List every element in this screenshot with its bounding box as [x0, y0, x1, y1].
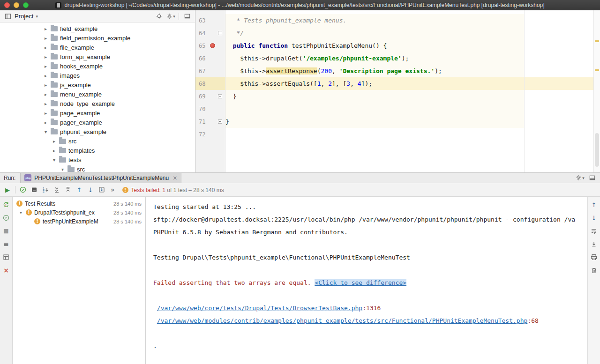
tree-item-field-example[interactable]: ▸field_example — [0, 24, 195, 33]
tree-item-phpunit-example[interactable]: ▾phpunit_example — [0, 127, 195, 136]
chevron-right-icon[interactable]: ▸ — [43, 111, 48, 116]
scroll-to-end-button[interactable] — [590, 240, 598, 248]
rerun-test-button[interactable]: ▶ — [2, 185, 13, 195]
tree-item-src[interactable]: ▸src — [0, 136, 195, 146]
tree-item-form-api-example[interactable]: ▸form_api_example — [0, 52, 195, 61]
test-results-root-row[interactable]: ! Test Results 28 s 140 ms — [13, 199, 145, 208]
sort-by-sequence-toggle[interactable]: 12 — [40, 185, 51, 195]
fold-marker-icon[interactable] — [218, 94, 222, 98]
tree-item-menu-example[interactable]: ▸menu_example — [0, 89, 195, 99]
collapse-all-button[interactable] — [63, 185, 73, 195]
next-failed-test-button[interactable]: ↓ — [85, 185, 96, 195]
toolbar-overflow-icon[interactable]: » — [111, 186, 115, 193]
test-console-output[interactable]: Testing started at 13:25 ... sftp://dock… — [145, 197, 587, 364]
test-history-button[interactable]: ≡ — [2, 240, 10, 248]
code-text: , — [321, 80, 329, 87]
code-line-66: $this->drupalGet('/examples/phpunit-exam… — [225, 52, 593, 65]
soft-wrap-toggle[interactable] — [590, 227, 598, 235]
restore-layout-button[interactable] — [2, 253, 10, 261]
tree-item-label: src — [68, 138, 76, 145]
chevron-down-icon[interactable]: ▾ — [60, 167, 65, 172]
tree-item-field-permission-example[interactable]: ▸field_permission_example — [0, 33, 195, 43]
tree-item-tests-src[interactable]: ▾src — [0, 164, 195, 172]
run-tab-phpunit[interactable]: php PHPUnitExampleMenuTest.testPhpUnitEx… — [20, 173, 181, 183]
clear-console-button[interactable] — [590, 266, 598, 275]
failed-test-marker-icon[interactable] — [210, 43, 215, 48]
see-difference-link[interactable]: <Click to see difference> — [315, 279, 406, 286]
project-pane-title-label: Project — [15, 13, 33, 20]
tree-item-node-type-example[interactable]: ▸node_type_example — [0, 99, 195, 108]
show-output-toggle[interactable] — [29, 185, 39, 195]
tree-item-templates[interactable]: ▸templates — [0, 146, 195, 155]
import-test-results-button[interactable] — [97, 185, 107, 195]
minimize-window-button[interactable] — [14, 2, 19, 8]
chevron-right-icon[interactable]: ▸ — [43, 73, 48, 78]
print-button[interactable] — [590, 253, 598, 261]
zoom-window-button[interactable] — [23, 2, 29, 8]
tree-item-js-example[interactable]: ▸js_example — [0, 80, 195, 89]
chevron-right-icon[interactable]: ▸ — [43, 120, 48, 125]
expand-all-button[interactable] — [52, 185, 62, 195]
tree-item-page-example[interactable]: ▸page_example — [0, 108, 195, 118]
warning-stripe-mark[interactable] — [595, 69, 599, 71]
scroll-from-source-button[interactable] — [154, 11, 164, 22]
tree-item-images[interactable]: ▸images — [0, 71, 195, 80]
editor-scrollbar-thumb[interactable] — [595, 133, 599, 167]
chevron-right-icon[interactable]: ▸ — [43, 92, 48, 97]
stacktrace-file-link[interactable]: /var/www/web/modules/contrib/examples/ph… — [157, 317, 528, 324]
code-number: 4 — [358, 80, 361, 87]
macos-traffic-lights — [4, 2, 29, 8]
test-suite-row[interactable]: ▾ ! Drupal\Tests\phpunit_ex 28 s 140 ms — [13, 208, 145, 217]
code-area[interactable]: * Tests phpunit_example menus. */ public… — [225, 10, 593, 172]
close-run-window-button[interactable]: × — [2, 266, 10, 275]
chevron-right-icon[interactable]: ▸ — [43, 54, 48, 59]
folder-icon — [51, 92, 58, 97]
run-settings-button[interactable]: ▾ — [575, 173, 585, 183]
window-title-area: drupal-testing-workshop [~/Code/os/drupa… — [0, 0, 600, 10]
chevron-right-icon[interactable]: ▸ — [43, 45, 48, 50]
chevron-right-icon[interactable]: ▸ — [43, 64, 48, 69]
toggle-auto-test-button[interactable] — [2, 214, 10, 222]
tree-item-tests[interactable]: ▾tests — [0, 155, 195, 164]
warning-stripe-mark[interactable] — [595, 40, 599, 42]
close-tab-icon[interactable]: × — [172, 175, 177, 181]
test-node-label: Drupal\Tests\phpunit_ex — [34, 209, 95, 216]
hide-run-panel-button[interactable] — [587, 173, 597, 183]
test-method-row[interactable]: ! testPhpUnitExampleM 28 s 140 ms — [13, 217, 145, 226]
chevron-right-icon[interactable]: ▸ — [52, 139, 57, 144]
tree-item-pager-example[interactable]: ▸pager_example — [0, 118, 195, 127]
editor[interactable]: 63 64 65 66 67 68 69 70 71 72 * Tests ph… — [195, 10, 600, 172]
stop-button[interactable]: ■ — [2, 227, 10, 235]
deprecated-method: assertResponse — [266, 67, 317, 74]
next-occurrence-button[interactable]: ↓ — [590, 214, 598, 222]
chevron-down-icon[interactable]: ▾ — [43, 129, 48, 134]
code-text: ); — [402, 55, 409, 62]
chevron-right-icon[interactable]: ▸ — [43, 36, 48, 41]
chevron-right-icon[interactable]: ▸ — [43, 26, 48, 31]
console-text — [153, 317, 157, 324]
project-settings-button[interactable]: ▾ — [165, 11, 176, 22]
close-window-button[interactable] — [4, 2, 10, 8]
chevron-right-icon[interactable]: ▸ — [43, 101, 48, 106]
chevron-right-icon[interactable]: ▸ — [52, 148, 57, 153]
show-passed-toggle[interactable] — [18, 185, 28, 195]
editor-error-stripe[interactable] — [593, 10, 600, 172]
tree-item-hooks-example[interactable]: ▸hooks_example — [0, 61, 195, 71]
console-right-toolbar: ↑ ↓ — [587, 197, 600, 364]
chevron-down-icon[interactable]: ▾ — [18, 210, 23, 215]
previous-failed-test-button[interactable]: ↑ — [74, 185, 84, 195]
code-text: ]); — [361, 80, 372, 87]
prev-occurrence-button[interactable]: ↑ — [590, 201, 598, 209]
fold-marker-icon[interactable] — [218, 119, 222, 124]
chevron-down-icon[interactable]: ▾ — [52, 157, 57, 163]
project-pane-title[interactable]: Project ▾ — [15, 13, 38, 20]
chevron-right-icon[interactable]: ▸ — [43, 82, 48, 88]
rerun-failed-tests-button[interactable]: ! — [2, 201, 10, 209]
console-text: Testing started at 13:25 ... — [153, 203, 256, 210]
line-number: 69 — [195, 93, 209, 100]
hide-project-panel-button[interactable] — [182, 11, 192, 22]
fold-marker-icon[interactable] — [218, 31, 222, 35]
stacktrace-file-link[interactable]: /var/www/web/core/tests/Drupal/Tests/Bro… — [157, 305, 362, 312]
line-number: 66 — [195, 55, 209, 62]
tree-item-file-example[interactable]: ▸file_example — [0, 43, 195, 52]
